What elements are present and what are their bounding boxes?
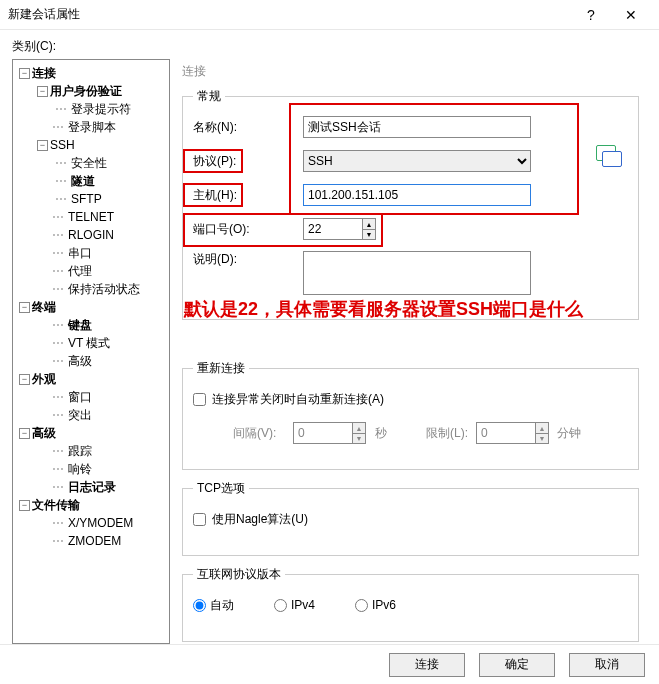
interval-unit: 秒: [366, 425, 396, 442]
session-icon: [596, 145, 624, 169]
ok-button[interactable]: 确定: [479, 653, 555, 677]
ip-v6-option[interactable]: IPv6: [355, 598, 396, 612]
collapse-icon[interactable]: −: [19, 374, 30, 385]
auto-reconnect-label: 连接异常关闭时自动重新连接(A): [212, 391, 384, 408]
collapse-icon[interactable]: −: [19, 302, 30, 313]
category-tree[interactable]: −连接 −用户身份验证 ⋯登录提示符 ⋯登录脚本 −SSH ⋯安全性 ⋯隧道 ⋯…: [12, 59, 170, 644]
host-label: 主机(H):: [193, 187, 303, 204]
tree-trace[interactable]: 跟踪: [68, 442, 92, 460]
desc-input[interactable]: [303, 251, 531, 295]
collapse-icon[interactable]: −: [19, 428, 30, 439]
settings-panel: 连接 常规 名称(N): 协议(P): SSH 主机(H): 端口号(O):: [178, 59, 647, 644]
tree-sftp[interactable]: SFTP: [71, 190, 102, 208]
tree-serial[interactable]: 串口: [68, 244, 92, 262]
tree-window[interactable]: 窗口: [68, 388, 92, 406]
group-general-legend: 常规: [193, 88, 225, 105]
ip-auto-option[interactable]: 自动: [193, 597, 234, 614]
ip-v4-option[interactable]: IPv4: [274, 598, 315, 612]
dialog-footer: 连接 确定 取消: [0, 644, 659, 684]
category-label: 类别(C):: [12, 38, 647, 55]
chevron-up-icon[interactable]: ▲: [362, 218, 376, 229]
collapse-icon[interactable]: −: [19, 500, 30, 511]
chevron-down-icon[interactable]: ▼: [362, 229, 376, 240]
tree-telnet[interactable]: TELNET: [68, 208, 114, 226]
tree-auth[interactable]: 用户身份验证: [50, 82, 122, 100]
tree-security[interactable]: 安全性: [71, 154, 107, 172]
host-input[interactable]: [303, 184, 531, 206]
group-general: 常规 名称(N): 协议(P): SSH 主机(H): 端口号(O):: [182, 88, 639, 320]
collapse-icon[interactable]: −: [37, 86, 48, 97]
tree-login-prompt[interactable]: 登录提示符: [71, 100, 131, 118]
group-ip-legend: 互联网协议版本: [193, 566, 285, 583]
collapse-icon[interactable]: −: [37, 140, 48, 151]
port-input[interactable]: [303, 218, 363, 240]
help-button[interactable]: ?: [571, 0, 611, 30]
tree-vt[interactable]: VT 模式: [68, 334, 110, 352]
tree-highlight[interactable]: 突出: [68, 406, 92, 424]
tree-tunnel[interactable]: 隧道: [71, 172, 95, 190]
interval-label: 间隔(V):: [233, 425, 293, 442]
port-spinner[interactable]: ▲▼: [362, 218, 376, 240]
breadcrumb: 连接: [182, 63, 639, 80]
tree-appearance[interactable]: 外观: [32, 370, 56, 388]
tree-filetransfer[interactable]: 文件传输: [32, 496, 80, 514]
tree-keyboard[interactable]: 键盘: [68, 316, 92, 334]
tree-rlogin[interactable]: RLOGIN: [68, 226, 114, 244]
protocol-label: 协议(P):: [193, 153, 303, 170]
name-label: 名称(N):: [193, 119, 303, 136]
tree-advanced-terminal[interactable]: 高级: [68, 352, 92, 370]
interval-input: [293, 422, 353, 444]
limit-input: [476, 422, 536, 444]
close-button[interactable]: ✕: [611, 0, 651, 30]
desc-label: 说明(D):: [193, 251, 303, 268]
limit-label: 限制(L):: [426, 425, 476, 442]
group-reconnect: 重新连接 连接异常关闭时自动重新连接(A) 间隔(V): ▲▼ 秒 限制(L):…: [182, 360, 639, 470]
group-ip: 互联网协议版本 自动 IPv4 IPv6: [182, 566, 639, 642]
tree-connection[interactable]: 连接: [32, 64, 56, 82]
tree-logging[interactable]: 日志记录: [68, 478, 116, 496]
connect-button[interactable]: 连接: [389, 653, 465, 677]
ip-v6-radio[interactable]: [355, 599, 368, 612]
tree-ssh[interactable]: SSH: [50, 136, 75, 154]
nagle-checkbox[interactable]: [193, 513, 206, 526]
group-tcp-legend: TCP选项: [193, 480, 249, 497]
tree-advanced[interactable]: 高级: [32, 424, 56, 442]
tree-proxy[interactable]: 代理: [68, 262, 92, 280]
port-label: 端口号(O):: [193, 221, 303, 238]
tree-xymodem[interactable]: X/YMODEM: [68, 514, 133, 532]
nagle-label: 使用Nagle算法(U): [212, 511, 308, 528]
cancel-button[interactable]: 取消: [569, 653, 645, 677]
window-title: 新建会话属性: [8, 6, 571, 23]
name-input[interactable]: [303, 116, 531, 138]
collapse-icon[interactable]: −: [19, 68, 30, 79]
ip-auto-radio[interactable]: [193, 599, 206, 612]
tree-zmodem[interactable]: ZMODEM: [68, 532, 121, 550]
limit-unit: 分钟: [549, 425, 589, 442]
protocol-select[interactable]: SSH: [303, 150, 531, 172]
auto-reconnect-checkbox[interactable]: [193, 393, 206, 406]
annotation-text: 默认是22，具体需要看服务器设置SSH端口是什么: [184, 297, 583, 321]
limit-spinner: ▲▼: [535, 422, 549, 444]
group-tcp: TCP选项 使用Nagle算法(U): [182, 480, 639, 556]
tree-bell[interactable]: 响铃: [68, 460, 92, 478]
tree-login-script[interactable]: 登录脚本: [68, 118, 116, 136]
titlebar: 新建会话属性 ? ✕: [0, 0, 659, 30]
ip-v4-radio[interactable]: [274, 599, 287, 612]
interval-spinner: ▲▼: [352, 422, 366, 444]
tree-terminal[interactable]: 终端: [32, 298, 56, 316]
group-reconnect-legend: 重新连接: [193, 360, 249, 377]
tree-keepalive[interactable]: 保持活动状态: [68, 280, 140, 298]
